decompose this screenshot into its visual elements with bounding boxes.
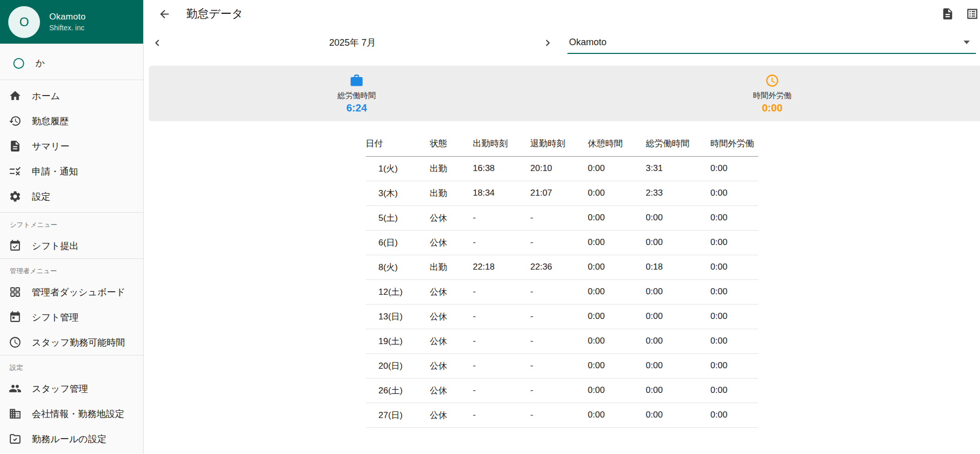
cell-date: 5(土) <box>366 205 430 230</box>
sidebar-item-shift-manage[interactable]: シフト管理 <box>0 305 143 330</box>
sidebar-item-shift-submit[interactable]: シフト提出 <box>0 233 143 258</box>
table-row: 8(火) 出勤 22:18 22:36 0:00 0:18 0:00 <box>366 255 758 279</box>
topbar-actions <box>939 5 980 23</box>
sidebar-item-label: 勤務ルールの設定 <box>32 433 106 445</box>
document-icon[interactable] <box>939 5 956 23</box>
attendance-table: 日付状態出勤時刻退勤時刻休憩時間総労働時間時間外労働 1(火) 出勤 16:38… <box>366 131 758 428</box>
cell-date: 8(火) <box>366 255 430 279</box>
home-icon <box>9 89 22 102</box>
table-row: 20(日) 公休 - - 0:00 0:00 0:00 <box>366 353 758 378</box>
cell-status: 出勤 <box>430 255 473 279</box>
sidebar-item-attendance-history[interactable]: 勤怠履歴 <box>0 108 143 134</box>
cell-clock-out: 22:36 <box>531 255 588 279</box>
back-button[interactable] <box>156 6 173 23</box>
overtime-value: 0:00 <box>762 102 782 114</box>
cell-date: 13(日) <box>366 304 430 329</box>
sidebar-item-settings[interactable]: 設定 <box>0 184 143 209</box>
cell-status: 公休 <box>430 230 473 255</box>
history-icon <box>9 115 22 127</box>
cell-clock-out: - <box>531 403 588 427</box>
cell-status: 出勤 <box>430 181 473 205</box>
cell-total-hours: 0:00 <box>646 205 711 230</box>
table-header-cell: 時間外労働 <box>711 131 758 156</box>
cell-total-hours: 0:00 <box>646 329 711 353</box>
cell-total-hours: 0:00 <box>646 230 711 255</box>
sidebar-item-admin-dashboard[interactable]: 管理者ダッシュボード <box>0 279 143 305</box>
table-header-cell: 休憩時間 <box>588 131 646 156</box>
total-hours-stat: 総労働時間 6:24 <box>149 66 564 121</box>
month-label: 2025年 7月 <box>166 36 539 49</box>
cell-total-hours: 0:00 <box>646 378 711 403</box>
cell-overtime: 0:00 <box>711 156 758 181</box>
cell-break-time: 0:00 <box>588 304 646 329</box>
cell-total-hours: 0:00 <box>646 403 711 427</box>
table-row: 27(日) 公休 - - 0:00 0:00 0:00 <box>366 403 758 427</box>
cell-status: 公休 <box>430 304 473 329</box>
sidebar-item-requests[interactable]: 申請・通知 <box>0 159 143 184</box>
table-header-row: 日付状態出勤時刻退勤時刻休憩時間総労働時間時間外労働 <box>366 131 758 156</box>
circle-outline-icon <box>13 58 24 69</box>
cell-overtime: 0:00 <box>711 205 758 230</box>
avatar-initial: O <box>19 15 29 29</box>
profile-header[interactable]: O Okamoto Shiftex. inc <box>0 0 143 44</box>
cell-clock-out: - <box>531 205 588 230</box>
cell-date: 12(土) <box>366 279 430 304</box>
cell-total-hours: 2:33 <box>646 181 711 205</box>
sidebar-item-staff-availability[interactable]: スタッフ勤務可能時間 <box>0 330 143 355</box>
summary-band: 総労働時間 6:24 時間外労働 0:00 <box>149 66 980 121</box>
cell-overtime: 0:00 <box>711 304 758 329</box>
cell-status: 公休 <box>430 329 473 353</box>
table-row: 3(木) 出勤 18:34 21:07 0:00 2:33 0:00 <box>366 181 758 205</box>
sidebar-item-summary[interactable]: サマリー <box>0 134 143 159</box>
dashboard-grid-icon <box>9 286 22 298</box>
cell-date: 6(日) <box>366 230 430 255</box>
clock-icon <box>765 73 779 88</box>
cell-total-hours: 0:00 <box>646 304 711 329</box>
sidebar-item-label: 勤怠履歴 <box>32 115 69 127</box>
next-month-button[interactable] <box>539 34 556 51</box>
staff-select[interactable]: Okamoto <box>567 31 976 54</box>
member-item[interactable]: か <box>0 51 143 75</box>
sidebar-item-staff-manage[interactable]: スタッフ管理 <box>0 376 143 401</box>
cell-break-time: 0:00 <box>588 353 646 378</box>
sidebar-item-label: シフト管理 <box>32 311 79 324</box>
cell-total-hours: 0:00 <box>646 279 711 304</box>
cell-clock-in: 22:18 <box>473 255 531 279</box>
previous-month-button[interactable] <box>149 34 166 51</box>
cell-break-time: 0:00 <box>588 378 646 403</box>
cell-clock-out: - <box>531 230 588 255</box>
briefcase-icon <box>349 73 364 88</box>
sidebar-item-work-rules[interactable]: 勤務ルールの設定 <box>0 426 143 451</box>
cell-status: 公休 <box>430 378 473 403</box>
cell-clock-out: - <box>531 279 588 304</box>
export-list-icon[interactable] <box>964 5 980 23</box>
cell-clock-out: 20:10 <box>531 156 588 181</box>
page-title: 勤怠データ <box>186 6 243 22</box>
table-header-cell: 出勤時刻 <box>473 131 531 156</box>
cell-clock-in: - <box>473 304 531 329</box>
cell-overtime: 0:00 <box>711 403 758 427</box>
cell-clock-in: - <box>473 329 531 353</box>
cell-clock-out: - <box>531 353 588 378</box>
cell-clock-in: - <box>473 403 531 427</box>
table-header-cell: 日付 <box>366 131 430 156</box>
cell-break-time: 0:00 <box>588 181 646 205</box>
cell-date: 3(木) <box>366 181 430 205</box>
total-hours-value: 6:24 <box>346 102 367 114</box>
cell-overtime: 0:00 <box>711 230 758 255</box>
overtime-label: 時間外労働 <box>753 91 792 101</box>
chevron-right-icon <box>541 36 554 49</box>
sidebar-item-label: 申請・通知 <box>32 165 78 178</box>
sidebar-item-company-settings[interactable]: 会社情報・勤務地設定 <box>0 401 143 426</box>
cell-overtime: 0:00 <box>711 353 758 378</box>
filter-row: 2025年 7月 Okamoto <box>144 28 980 58</box>
summary-document-icon <box>9 140 22 153</box>
main-content: 勤怠データ 2025年 7月 Okamoto <box>144 0 980 454</box>
cell-break-time: 0:00 <box>588 329 646 353</box>
sidebar-item-label: スタッフ勤務可能時間 <box>32 336 125 349</box>
sidebar-item-home[interactable]: ホーム <box>0 83 143 108</box>
cell-clock-in: - <box>473 279 531 304</box>
cell-status: 公休 <box>430 279 473 304</box>
avatar: O <box>8 6 40 38</box>
requests-rule-icon <box>9 165 22 178</box>
